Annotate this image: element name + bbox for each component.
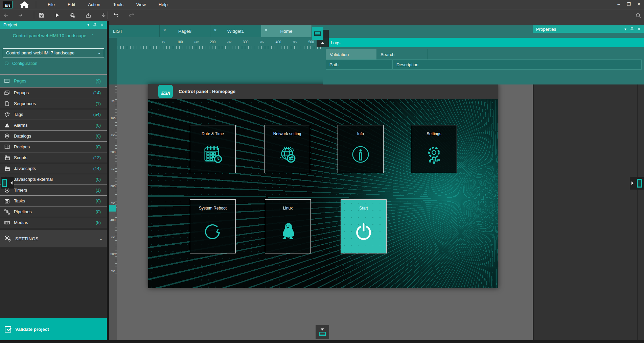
- menu-tools[interactable]: Tools: [107, 2, 130, 7]
- restore-button[interactable]: ❐: [624, 2, 634, 7]
- tab-page8[interactable]: ✕Page8: [160, 25, 210, 37]
- properties-panel-header[interactable]: Properties ▾ ✕: [533, 25, 644, 33]
- menu-edit[interactable]: Edit: [61, 2, 82, 7]
- caret-down-icon[interactable]: ▾: [624, 27, 626, 31]
- sidebar-item-tags[interactable]: Tags(54): [0, 109, 107, 120]
- sidebar-item-label: Recipes: [14, 144, 30, 149]
- pin-icon[interactable]: [630, 27, 634, 31]
- logs-column-path[interactable]: Path: [326, 59, 393, 70]
- right-panel-splitter[interactable]: [637, 84, 638, 340]
- ruler-mark-v-150: 150: [109, 133, 117, 137]
- sidebar-item-label: Javascripts: [14, 166, 36, 171]
- monitor-icon: [314, 31, 321, 36]
- page-button-settings[interactable]: Settings: [411, 125, 457, 173]
- close-tab-icon[interactable]: ✕: [264, 28, 268, 32]
- sidebar-item-tasks[interactable]: Tasks(0): [0, 195, 107, 206]
- page-button-label: Date & Time: [202, 131, 224, 136]
- sidebar-item-medias[interactable]: Medias(5): [0, 217, 107, 228]
- menu-action[interactable]: Action: [82, 2, 107, 7]
- ruler-mark-h-200: 200: [210, 40, 216, 44]
- pin-icon[interactable]: [93, 23, 96, 27]
- download-icon[interactable]: [99, 11, 108, 20]
- home-icon[interactable]: [19, 1, 30, 8]
- logs-tab-validation[interactable]: Validation: [326, 49, 376, 59]
- validate-check-icon: [5, 326, 11, 333]
- configuration-item[interactable]: Configuration: [4, 61, 37, 66]
- logs-tab-search[interactable]: Search: [376, 49, 427, 59]
- tab-widget1[interactable]: ✕Widget1: [210, 25, 261, 37]
- sidebar-item-popups[interactable]: Popups(14): [0, 87, 107, 98]
- sidebar-item-sequences[interactable]: Sequences(1): [0, 98, 107, 109]
- undo-icon[interactable]: [112, 11, 120, 20]
- close-button[interactable]: ✕: [634, 2, 644, 7]
- page-button-info[interactable]: Info: [338, 125, 384, 173]
- redo-icon[interactable]: [127, 11, 136, 20]
- ruler-mark-v-50: 50: [109, 100, 117, 103]
- sidebar-splitter[interactable]: [107, 21, 109, 343]
- page-button-label: Settings: [427, 131, 441, 136]
- page-button-date-time[interactable]: Date & Time: [190, 125, 236, 173]
- page-header: ESA Control panel : Homepage: [148, 84, 498, 99]
- page-preview-button[interactable]: [312, 27, 323, 40]
- publish-icon[interactable]: [68, 11, 77, 20]
- sidebar-item-count: (0): [96, 177, 101, 182]
- page-button-label: Network setting: [273, 131, 301, 136]
- close-tab-icon[interactable]: ✕: [214, 28, 217, 32]
- menu-view[interactable]: View: [130, 2, 152, 7]
- close-icon[interactable]: ✕: [638, 27, 641, 31]
- sidebar-item-pipelines[interactable]: Pipelines(0): [0, 206, 107, 217]
- page-button-start[interactable]: Start: [341, 199, 387, 253]
- sidebar-item-timers[interactable]: Timers(1): [0, 185, 107, 195]
- sidebar-item-recipes[interactable]: Recipes(0): [0, 141, 107, 152]
- caret-down-icon[interactable]: ▾: [87, 23, 89, 27]
- ruler-mark-h-250: 250: [227, 40, 231, 43]
- horizontal-ruler: [117, 46, 322, 49]
- tasks-icon: [4, 198, 11, 204]
- back-icon[interactable]: [2, 11, 11, 20]
- menu-file[interactable]: File: [41, 2, 61, 7]
- network-globe-icon: [277, 136, 298, 173]
- page-body[interactable]: Date & TimeNetwork settingInfoSettingsSy…: [148, 99, 498, 288]
- settings-section[interactable]: SETTINGS ⌄: [0, 230, 107, 247]
- active-project-name[interactable]: Control panel webHMI 10 landscape ⌃: [0, 33, 107, 38]
- forward-icon[interactable]: [16, 11, 24, 20]
- pipelines-icon: [4, 209, 11, 215]
- medias-icon: [4, 220, 11, 226]
- sidebar-item-count: (1): [96, 101, 101, 106]
- sidebar-item-label: Alarms: [14, 123, 27, 128]
- validate-project-button[interactable]: Validate project: [0, 318, 107, 340]
- project-panel-header[interactable]: Project ▾ ✕: [0, 21, 107, 29]
- menu-help[interactable]: Help: [152, 2, 174, 7]
- right-dock-handle[interactable]: [630, 177, 644, 190]
- close-tab-icon[interactable]: ✕: [163, 28, 166, 32]
- close-icon[interactable]: ✕: [100, 23, 104, 27]
- scripts-icon: [4, 155, 11, 161]
- page-button-linux[interactable]: Linux: [265, 199, 311, 253]
- minimize-button[interactable]: –: [614, 2, 624, 7]
- tab-home[interactable]: ✕Home: [261, 25, 312, 37]
- sidebar-item-count: (5): [96, 220, 101, 225]
- sidebar-item-pages[interactable]: Pages(9): [0, 74, 107, 87]
- page-button-label: System Reboot: [199, 206, 227, 211]
- sidebar-item-datalogs[interactable]: Datalogs(0): [0, 130, 107, 141]
- tab-list[interactable]: LIST: [109, 25, 160, 37]
- search-icon[interactable]: [634, 11, 643, 20]
- bottom-dock-handle[interactable]: [316, 325, 329, 339]
- sidebar-item-scripts[interactable]: Scripts(12): [0, 152, 107, 163]
- ruler-mark-v-450: 450: [109, 236, 117, 239]
- left-dock-handle[interactable]: [1, 177, 14, 189]
- sidebar-item-label: Pages: [14, 78, 26, 83]
- import-icon[interactable]: [84, 11, 93, 20]
- logs-panel-header[interactable]: Logs: [323, 38, 644, 47]
- sidebar-item-javascripts[interactable]: Javascripts(14): [0, 163, 107, 174]
- sidebar-item-alarms[interactable]: Alarms(0): [0, 120, 107, 130]
- save-icon[interactable]: [37, 11, 46, 20]
- run-icon[interactable]: [53, 11, 62, 20]
- project-panel-title: Project: [3, 22, 17, 27]
- sidebar-item-javascripts-external[interactable]: Javascripts external(0): [0, 174, 107, 185]
- page-button-network-setting[interactable]: Network setting: [264, 125, 310, 173]
- page-button-system-reboot[interactable]: System Reboot: [190, 199, 236, 253]
- target-project-dropdown[interactable]: Control panel webHMI 7 landscape ⌄: [3, 48, 104, 57]
- chevron-up-icon[interactable]: ⌃: [91, 34, 94, 38]
- logs-column-description[interactable]: Description: [393, 59, 642, 70]
